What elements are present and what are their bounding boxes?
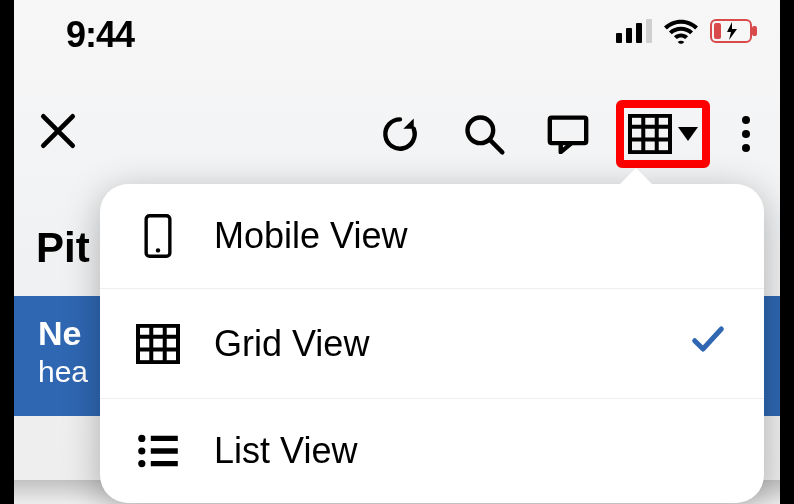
refresh-button[interactable]	[374, 108, 426, 160]
refresh-icon	[378, 112, 422, 156]
svg-rect-2	[714, 23, 721, 39]
view-switcher-button[interactable]	[628, 114, 698, 154]
menu-item-mobile-view[interactable]: Mobile View	[100, 184, 764, 288]
svg-point-18	[138, 435, 145, 442]
menu-label: Mobile View	[214, 215, 728, 257]
menu-item-list-view[interactable]: List View	[100, 398, 764, 503]
svg-point-12	[156, 248, 160, 252]
popover-caret	[616, 168, 656, 188]
menu-label: Grid View	[214, 323, 654, 365]
wifi-icon	[664, 18, 698, 44]
battery-low-charging-icon	[710, 19, 758, 43]
svg-rect-6	[630, 116, 670, 152]
svg-line-4	[490, 140, 502, 152]
svg-point-19	[138, 447, 145, 454]
page-title-fragment: Pit	[36, 224, 90, 272]
grid-icon	[136, 322, 180, 366]
view-menu-popover: Mobile View Grid View	[100, 184, 764, 503]
checkmark-icon	[688, 319, 728, 368]
status-bar: 9:44	[14, 0, 780, 62]
menu-label: List View	[214, 430, 728, 472]
cell-signal-icon	[616, 19, 652, 43]
search-icon	[462, 112, 506, 156]
toolbar	[14, 84, 780, 184]
close-button[interactable]	[36, 106, 80, 162]
comment-button[interactable]	[542, 108, 594, 160]
app-screen: 9:44	[14, 0, 780, 504]
more-menu-button[interactable]	[732, 116, 760, 152]
chevron-down-icon	[678, 127, 698, 141]
clock: 9:44	[66, 14, 134, 56]
comment-icon	[546, 114, 590, 154]
search-button[interactable]	[458, 108, 510, 160]
list-icon	[136, 429, 180, 473]
svg-rect-13	[138, 325, 178, 361]
menu-item-grid-view[interactable]: Grid View	[100, 288, 764, 398]
svg-rect-1	[752, 26, 757, 36]
status-tray	[616, 18, 758, 44]
svg-point-20	[138, 460, 145, 467]
svg-rect-5	[550, 118, 586, 143]
mobile-icon	[136, 214, 180, 258]
grid-icon	[628, 114, 672, 154]
highlight-box	[616, 100, 710, 168]
